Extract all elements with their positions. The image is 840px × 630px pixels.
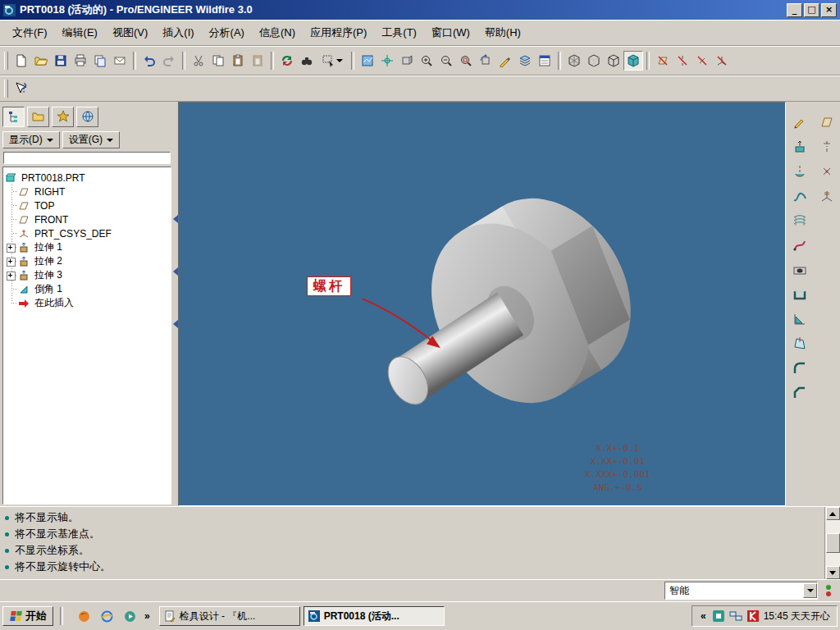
expand-toggle[interactable] <box>7 258 16 267</box>
repaint-button[interactable] <box>358 51 377 71</box>
rib-tool-button[interactable] <box>789 308 810 330</box>
datum-axis-tool-button[interactable] <box>816 136 838 158</box>
chamfer-tool-button[interactable] <box>789 382 810 404</box>
datum-axis-display-button[interactable] <box>673 51 692 71</box>
expand-toggle[interactable] <box>7 272 16 281</box>
tree-item-insert-here[interactable]: 在此插入 <box>5 296 169 310</box>
menu-window[interactable]: 窗口(W) <box>424 22 477 43</box>
folder-browser-tab[interactable] <box>27 107 49 127</box>
hidden-line-button[interactable] <box>584 51 604 71</box>
hole-tool-button[interactable] <box>789 259 810 281</box>
tree-item-root[interactable]: PRT0018.PRT <box>5 171 169 185</box>
shell-tool-button[interactable] <box>789 284 810 305</box>
menu-analysis[interactable]: 分析(A) <box>202 22 252 43</box>
expand-toggle[interactable] <box>7 244 16 253</box>
refit-button[interactable] <box>456 51 476 71</box>
new-file-button[interactable] <box>11 51 31 71</box>
favorites-tab[interactable] <box>52 107 74 127</box>
select-filter-button[interactable] <box>317 51 348 71</box>
wireframe-button[interactable] <box>564 51 584 71</box>
selection-filter-combo[interactable]: 智能 <box>664 582 818 600</box>
datum-point-tool-button[interactable] <box>816 161 838 182</box>
tree-item-front[interactable]: FRONT <box>5 212 169 226</box>
print-button[interactable] <box>71 51 90 71</box>
reorient-button[interactable] <box>476 51 495 71</box>
zoom-in-button[interactable] <box>417 51 436 71</box>
extrude-tool-button[interactable] <box>789 136 810 158</box>
datum-point-display-button[interactable] <box>692 51 712 71</box>
scroll-up-button[interactable] <box>826 507 840 520</box>
tree-item-top[interactable]: TOP <box>5 199 169 212</box>
tree-settings-button[interactable]: 设置(G) <box>62 131 120 148</box>
tree-item-csys[interactable]: PRT_CSYS_DEF <box>5 226 169 240</box>
menu-edit[interactable]: 编辑(E) <box>55 22 105 43</box>
draft-tool-button[interactable] <box>789 333 810 354</box>
datum-plane-tool-button[interactable] <box>816 112 838 133</box>
menu-applications[interactable]: 应用程序(P) <box>303 22 374 43</box>
round-tool-button[interactable] <box>789 358 810 379</box>
tree-item-right[interactable]: RIGHT <box>5 185 169 199</box>
selection-filter-dropdown-button[interactable] <box>803 583 817 598</box>
tree-item-extrude-2[interactable]: 拉伸 2 <box>5 254 169 268</box>
tree-display-button[interactable]: 显示(D) <box>2 131 60 148</box>
scrollbar-thumb[interactable] <box>826 533 840 553</box>
menu-info[interactable]: 信息(N) <box>252 22 303 43</box>
zoom-out-button[interactable] <box>436 51 456 71</box>
toolbar-grip[interactable] <box>4 52 8 70</box>
start-button[interactable]: 开始 <box>2 606 53 626</box>
toolbar-grip[interactable] <box>4 80 8 98</box>
boundary-blend-tool-button[interactable] <box>789 210 810 231</box>
message-scrollbar[interactable] <box>824 507 840 579</box>
menu-tools[interactable]: 工具(T) <box>374 22 424 43</box>
paste-special-button[interactable] <box>248 51 267 71</box>
graphics-viewport[interactable]: 螺杆 X.X+-0.1 X.XX+-0.01 X.XXX+-0.001 ANG.… <box>178 102 786 506</box>
variable-sweep-tool-button[interactable] <box>789 185 810 207</box>
tree-item-extrude-3[interactable]: 拉伸 3 <box>5 268 169 282</box>
sketch-tool-button[interactable] <box>789 112 810 133</box>
taskbar-task-1[interactable]: 检具设计 - 『机... <box>159 606 300 626</box>
ime-icon[interactable] <box>713 610 724 622</box>
layers-button[interactable] <box>515 51 535 71</box>
scroll-down-button[interactable] <box>826 566 840 579</box>
copy-button[interactable] <box>208 51 228 71</box>
datum-csys-tool-button[interactable] <box>816 185 838 207</box>
menu-view[interactable]: 视图(V) <box>105 22 155 43</box>
context-help-button[interactable] <box>11 79 31 98</box>
ie-quicklaunch-button[interactable] <box>97 606 116 626</box>
find-button[interactable] <box>297 51 317 71</box>
revolve-tool-button[interactable] <box>789 161 810 182</box>
undo-button[interactable] <box>139 51 159 71</box>
tray-collapse-button[interactable]: « <box>699 610 708 622</box>
spin-center-button[interactable] <box>377 51 397 71</box>
taskbar-task-2[interactable]: PRT0018 (活动... <box>304 606 445 626</box>
tree-item-chamfer-1[interactable]: 倒角 1 <box>5 282 169 296</box>
connections-tab[interactable] <box>76 107 98 127</box>
orient-mode-button[interactable] <box>397 51 417 71</box>
datum-plane-display-button[interactable] <box>653 51 673 71</box>
email-button[interactable] <box>110 51 130 71</box>
menu-help[interactable]: 帮助(H) <box>477 22 528 43</box>
menu-file[interactable]: 文件(F) <box>5 22 55 43</box>
tree-item-extrude-1[interactable]: 拉伸 1 <box>5 240 169 254</box>
redo-button[interactable] <box>159 51 179 71</box>
close-button[interactable]: × <box>821 3 837 17</box>
quick-launch-overflow-button[interactable]: » <box>143 610 152 622</box>
restore-button[interactable]: □ <box>804 3 819 17</box>
annotation-label[interactable]: 螺杆 <box>307 276 351 296</box>
selection-filter-value[interactable]: 智能 <box>665 584 803 598</box>
csys-display-button[interactable] <box>712 51 732 71</box>
minimize-button[interactable]: _ <box>787 3 802 17</box>
no-hidden-button[interactable] <box>604 51 623 71</box>
save-button[interactable] <box>51 51 71 71</box>
kingsoft-icon[interactable] <box>747 610 759 622</box>
firefox-quicklaunch-button[interactable] <box>74 606 94 626</box>
shaded-button[interactable] <box>623 51 643 71</box>
style-tool-button[interactable] <box>789 235 810 256</box>
cut-button[interactable] <box>189 51 208 71</box>
model-tree-tab[interactable] <box>2 107 25 127</box>
media-player-quicklaunch-button[interactable] <box>120 606 139 626</box>
save-a-copy-button[interactable] <box>90 51 110 71</box>
network-icon[interactable] <box>729 611 742 622</box>
menu-insert[interactable]: 插入(I) <box>155 22 201 43</box>
paste-button[interactable] <box>228 51 248 71</box>
